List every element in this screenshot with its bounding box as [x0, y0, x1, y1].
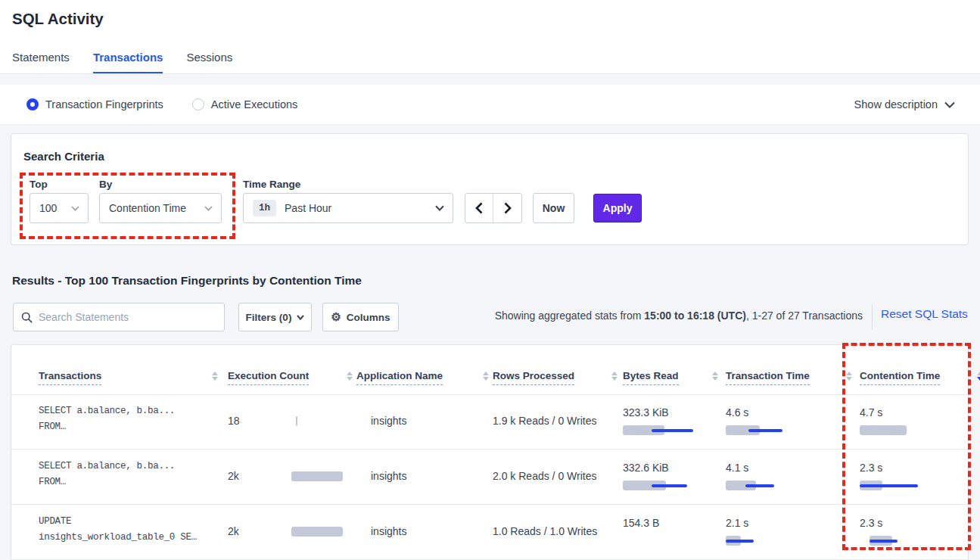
time-nav-group [465, 193, 522, 223]
chevron-down-icon [435, 205, 444, 211]
tab-bar: Statements Transactions Sessions [12, 51, 232, 73]
search-criteria-heading: Search Criteria [23, 150, 104, 163]
top-select-value: 100 [39, 202, 57, 214]
search-criteria-card: Search Criteria Top 100 By Contention Ti… [11, 133, 969, 245]
time-range-badge: 1h [253, 200, 276, 216]
application-name-value: insights [371, 470, 406, 482]
search-statements-input[interactable] [39, 311, 216, 323]
by-select[interactable]: Contention Time [99, 193, 222, 223]
application-name-value: insights [371, 525, 406, 537]
stats-time-range: 15:00 to 16:18 (UTC) [644, 310, 746, 322]
column-header-application-name: Application Name [356, 345, 489, 394]
contention-time-bar [860, 536, 980, 546]
chevron-down-icon [944, 101, 955, 108]
results-heading: Results - Top 100 Transaction Fingerprin… [12, 274, 362, 288]
chevron-right-icon [504, 202, 512, 214]
transactions-table: Transactions Execution Count Application… [11, 344, 969, 560]
column-label[interactable]: Contention Time [860, 370, 940, 385]
top-label: Top [30, 179, 48, 190]
sort-icon[interactable] [212, 372, 218, 385]
apply-button[interactable]: Apply [593, 194, 642, 222]
search-statements-box [13, 303, 225, 331]
table-row[interactable]: SELECT a.balance, b.ba... FROM… 2k insig… [11, 450, 968, 505]
page-header: SQL Activity Statements Transactions Ses… [0, 0, 980, 74]
radio-active-executions[interactable]: Active Executions [192, 98, 297, 110]
view-mode-bar: Transaction Fingerprints Active Executio… [0, 85, 980, 124]
column-label[interactable]: Transaction Time [726, 370, 810, 385]
sort-icon[interactable] [347, 372, 353, 385]
search-icon [21, 312, 33, 323]
column-header-transaction-time: Transaction Time [726, 345, 852, 394]
sort-icon-active-desc[interactable] [977, 372, 980, 385]
column-label[interactable]: Transactions [39, 370, 101, 385]
chevron-left-icon [475, 202, 483, 214]
columns-button[interactable]: ⚙ Columns [322, 303, 399, 331]
bytes-read-value: 332.6 KiB [623, 462, 669, 474]
transaction-time-bar [726, 536, 847, 546]
table-row[interactable]: SELECT a.balance, b.ba... FROM… 18 insig… [11, 394, 968, 450]
prev-time-button[interactable] [465, 194, 493, 222]
column-header-contention-time: Contention Time [860, 345, 980, 394]
top-select[interactable]: 100 [30, 193, 89, 223]
contention-time-bar [860, 425, 980, 436]
sql-activity-page: SQL Activity Statements Transactions Ses… [0, 0, 980, 560]
stats-suffix: , 1-27 of 27 Transactions [746, 310, 863, 322]
column-label[interactable]: Bytes Read [623, 370, 679, 385]
bytes-read-value: 154.3 B [623, 517, 659, 529]
sort-icon[interactable] [611, 372, 618, 385]
filters-button[interactable]: Filters (0) [238, 303, 312, 331]
gear-icon: ⚙ [331, 310, 341, 324]
chevron-down-icon [204, 206, 213, 211]
bytes-read-value: 323.3 KiB [623, 406, 669, 418]
sort-icon[interactable] [712, 372, 718, 385]
show-description-toggle[interactable]: Show description [854, 85, 955, 124]
toolbar-divider [872, 304, 873, 330]
rows-processed-value: 2.0 k Reads / 0 Writes [493, 470, 596, 482]
transaction-time-value: 4.1 s [726, 462, 748, 474]
transaction-fingerprint-link[interactable]: UPDATE insights_workload_table_0 SE… [39, 516, 197, 543]
sort-icon[interactable] [846, 372, 852, 385]
transaction-time-bar [726, 481, 847, 491]
contention-time-bar [860, 481, 980, 491]
column-label[interactable]: Application Name [356, 370, 443, 385]
page-title: SQL Activity [12, 10, 104, 28]
transaction-fingerprint-link[interactable]: SELECT a.balance, b.ba... FROM… [39, 461, 175, 487]
chevron-down-icon [71, 206, 79, 211]
filters-label: Filters (0) [246, 312, 292, 323]
transaction-fingerprint-link[interactable]: SELECT a.balance, b.ba... FROM… [39, 406, 175, 432]
by-label: By [99, 179, 112, 190]
tab-transactions[interactable]: Transactions [93, 51, 163, 73]
column-header-rows-processed: Rows Processed [493, 345, 618, 394]
column-label[interactable]: Rows Processed [493, 370, 574, 385]
now-button[interactable]: Now [533, 193, 574, 223]
column-header-transactions: Transactions [39, 345, 218, 394]
by-select-value: Contention Time [109, 202, 186, 214]
radio-unselected-icon [192, 98, 204, 110]
column-header-bytes-read: Bytes Read [623, 345, 718, 394]
table-row[interactable]: UPDATE insights_workload_table_0 SE… 2k … [11, 505, 968, 560]
tab-sessions[interactable]: Sessions [186, 51, 232, 73]
application-name-value: insights [371, 415, 406, 427]
transaction-time-value: 2.1 s [726, 517, 748, 529]
stats-prefix: Showing aggregated stats from [495, 310, 645, 322]
tab-statements[interactable]: Statements [12, 51, 70, 73]
contention-time-value: 2.3 s [860, 517, 882, 529]
next-time-button[interactable] [493, 194, 521, 222]
sort-icon[interactable] [483, 372, 489, 385]
execution-count-bar [228, 416, 349, 427]
show-description-label: Show description [854, 98, 938, 110]
time-range-value: Past Hour [285, 202, 331, 214]
rows-processed-value: 1.0 Reads / 1.0 Writes [493, 525, 597, 537]
aggregated-stats-text: Showing aggregated stats from 15:00 to 1… [495, 310, 863, 322]
reset-sql-stats-link[interactable]: Reset SQL Stats [881, 307, 968, 321]
radio-transaction-fingerprints[interactable]: Transaction Fingerprints [26, 98, 163, 110]
chevron-down-icon [297, 315, 304, 320]
contention-time-value: 2.3 s [860, 462, 882, 474]
column-label[interactable]: Execution Count [228, 370, 309, 385]
radio-selected-icon [26, 98, 39, 110]
columns-label: Columns [347, 312, 390, 323]
time-range-select[interactable]: 1h Past Hour [243, 193, 453, 223]
column-header-execution-count: Execution Count [228, 345, 353, 394]
transaction-time-bar [726, 425, 847, 436]
contention-time-value: 4.7 s [860, 406, 882, 418]
